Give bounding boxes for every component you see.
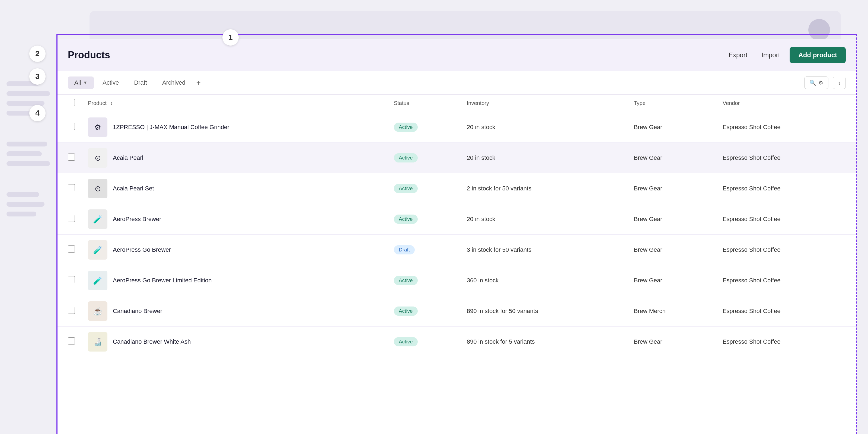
products-table-container[interactable]: Product ↕ Status Inventory Type Vendor ⚙	[57, 95, 857, 357]
type-value: Brew Gear	[633, 246, 662, 253]
row-checkbox-cell	[57, 204, 82, 235]
purple-line-horizontal	[56, 34, 857, 35]
tab-all[interactable]: All ▼	[68, 76, 94, 89]
select-all-checkbox[interactable]	[68, 99, 75, 106]
row-checkbox[interactable]	[68, 123, 75, 130]
sidebar	[0, 0, 54, 434]
row-status-cell: Active	[388, 173, 460, 204]
row-type-cell: Brew Gear	[627, 143, 716, 173]
row-product-cell: ⚙ 1ZPRESSO | J-MAX Manual Coffee Grinder	[82, 112, 388, 143]
product-cell: ☕ Canadiano Brewer	[88, 301, 381, 321]
product-name: Acaia Pearl	[113, 154, 144, 161]
th-vendor: Vendor	[716, 95, 857, 112]
sidebar-bar	[6, 212, 36, 216]
main-panel: Products Export Import Add product All ▼…	[57, 39, 857, 434]
search-filter-button[interactable]: 🔍 ⚙	[804, 76, 828, 89]
product-thumbnail: ⊙	[88, 179, 107, 198]
thumb-icon: 🍶	[93, 337, 102, 346]
product-cell: 🍶 Canadiano Brewer White Ash	[88, 332, 381, 351]
th-status: Status	[388, 95, 460, 112]
status-badge: Active	[394, 307, 418, 316]
table-row: 🧪 AeroPress Go Brewer Draft 3 in stock f…	[57, 235, 857, 265]
thumb-icon: ☕	[93, 307, 102, 316]
product-name: AeroPress Go Brewer	[113, 246, 171, 253]
inventory-value: 20 in stock	[467, 124, 495, 130]
inventory-value: 890 in stock for 5 variants	[467, 338, 535, 345]
status-badge: Active	[394, 337, 418, 346]
vendor-value: Espresso Shot Coffee	[723, 308, 781, 314]
row-checkbox[interactable]	[68, 337, 75, 344]
row-inventory-cell: 360 in stock	[460, 265, 627, 296]
row-inventory-cell: 890 in stock for 5 variants	[460, 327, 627, 357]
header-actions: Export Import Add product	[724, 47, 846, 63]
row-type-cell: Brew Gear	[627, 327, 716, 357]
tab-add-button[interactable]: +	[194, 77, 203, 88]
row-vendor-cell: Espresso Shot Coffee	[716, 327, 857, 357]
inventory-value: 2 in stock for 50 variants	[467, 185, 531, 192]
row-checkbox[interactable]	[68, 246, 75, 252]
avatar	[808, 19, 830, 41]
row-status-cell: Draft	[388, 235, 460, 265]
thumb-icon: ⊙	[95, 184, 101, 193]
row-checkbox[interactable]	[68, 184, 75, 191]
export-button[interactable]: Export	[724, 49, 752, 61]
tab-archived[interactable]: Archived	[156, 76, 192, 89]
product-name: AeroPress Brewer	[113, 216, 161, 223]
row-vendor-cell: Espresso Shot Coffee	[716, 235, 857, 265]
tab-all-arrow: ▼	[83, 80, 87, 85]
product-name: AeroPress Go Brewer Limited Edition	[113, 277, 212, 284]
sidebar-bar	[6, 91, 50, 96]
type-value: Brew Merch	[633, 308, 665, 314]
product-cell: ⊙ Acaia Pearl	[88, 148, 381, 167]
row-vendor-cell: Espresso Shot Coffee	[716, 143, 857, 173]
table-row: ⚙ 1ZPRESSO | J-MAX Manual Coffee Grinder…	[57, 112, 857, 143]
product-cell: 🧪 AeroPress Go Brewer Limited Edition	[88, 271, 381, 290]
row-checkbox[interactable]	[68, 154, 75, 161]
row-product-cell: ☕ Canadiano Brewer	[82, 296, 388, 327]
import-button[interactable]: Import	[757, 49, 784, 61]
row-product-cell: 🧪 AeroPress Brewer	[82, 204, 388, 235]
row-inventory-cell: 3 in stock for 50 variants	[460, 235, 627, 265]
status-badge: Active	[394, 215, 418, 224]
row-inventory-cell: 20 in stock	[460, 204, 627, 235]
vendor-value: Espresso Shot Coffee	[723, 124, 781, 130]
row-product-cell: 🧪 AeroPress Go Brewer	[82, 235, 388, 265]
page-title: Products	[68, 50, 110, 61]
product-thumbnail: 🧪	[88, 240, 107, 259]
th-checkbox	[57, 95, 82, 112]
step-indicator-1: 1	[222, 29, 239, 45]
row-checkbox-cell	[57, 296, 82, 327]
row-checkbox-cell	[57, 173, 82, 204]
product-thumbnail: ⊙	[88, 148, 107, 167]
row-type-cell: Brew Merch	[627, 296, 716, 327]
product-sort-icon: ↕	[109, 101, 114, 106]
sort-button[interactable]: ↕	[833, 77, 846, 89]
row-inventory-cell: 2 in stock for 50 variants	[460, 173, 627, 204]
step-indicator-4: 4	[29, 105, 45, 121]
add-product-button[interactable]: Add product	[789, 47, 846, 63]
row-type-cell: Brew Gear	[627, 265, 716, 296]
row-product-cell: ⊙ Acaia Pearl	[82, 143, 388, 173]
sidebar-bar	[6, 192, 39, 197]
table-row: ⊙ Acaia Pearl Active 20 in stock Brew Ge…	[57, 143, 857, 173]
inventory-value: 360 in stock	[467, 277, 499, 284]
sort-icon: ↕	[838, 80, 841, 86]
row-checkbox[interactable]	[68, 215, 75, 222]
inventory-value: 3 in stock for 50 variants	[467, 246, 531, 253]
thumb-icon: 🧪	[93, 276, 102, 285]
products-tbody: ⚙ 1ZPRESSO | J-MAX Manual Coffee Grinder…	[57, 112, 857, 357]
row-checkbox[interactable]	[68, 276, 75, 283]
row-status-cell: Active	[388, 327, 460, 357]
th-type: Type	[627, 95, 716, 112]
th-product: Product ↕	[82, 95, 388, 112]
thumb-icon: ⊙	[95, 154, 101, 162]
row-status-cell: Active	[388, 296, 460, 327]
row-checkbox[interactable]	[68, 307, 75, 314]
product-thumbnail: 🧪	[88, 271, 107, 290]
tab-draft[interactable]: Draft	[127, 76, 154, 89]
step-indicator-2: 2	[29, 45, 45, 62]
table-row: 🧪 AeroPress Brewer Active 20 in stock Br…	[57, 204, 857, 235]
tab-active[interactable]: Active	[96, 76, 125, 89]
row-vendor-cell: Espresso Shot Coffee	[716, 173, 857, 204]
step-indicator-3: 3	[29, 68, 45, 85]
